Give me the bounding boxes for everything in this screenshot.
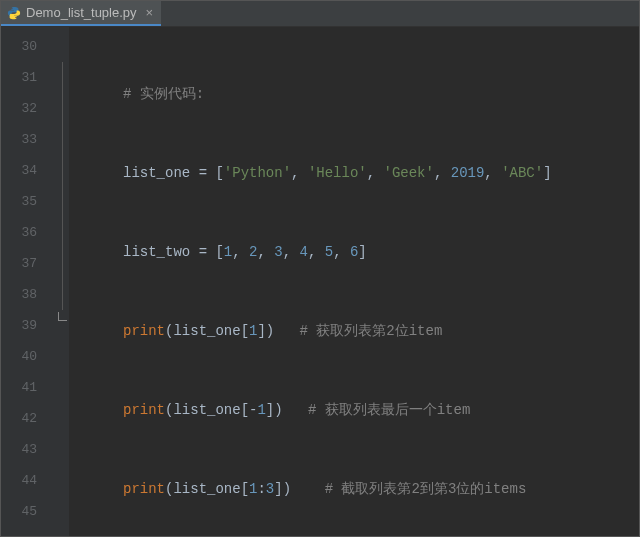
number: 5 xyxy=(325,244,333,260)
comma: , xyxy=(291,165,308,181)
line-number: 33 xyxy=(1,124,55,155)
tab-close-icon[interactable]: × xyxy=(146,5,154,20)
comma: , xyxy=(308,244,325,260)
code-editor[interactable]: 30313233343536373839404142434445 # 实例代码:… xyxy=(1,27,639,536)
code-content-area[interactable]: # 实例代码: list_one = ['Python', 'Hello', '… xyxy=(69,27,639,536)
identifier: list_one xyxy=(173,323,240,339)
code-line: # 实例代码: xyxy=(75,79,639,110)
line-number: 35 xyxy=(1,186,55,217)
line-number: 32 xyxy=(1,93,55,124)
space xyxy=(274,323,299,339)
fold-indicator xyxy=(55,93,69,124)
comma: , xyxy=(257,244,274,260)
tab-filename: Demo_list_tuple.py xyxy=(26,5,137,20)
bracket: [ xyxy=(241,402,249,418)
tab-bar: Demo_list_tuple.py × xyxy=(1,1,639,27)
space xyxy=(291,481,325,497)
identifier: list_one xyxy=(173,481,240,497)
bracket: [ xyxy=(215,244,223,260)
bracket: ]) xyxy=(266,402,283,418)
line-number: 34 xyxy=(1,155,55,186)
operator: : xyxy=(257,481,265,497)
number: 3 xyxy=(274,244,282,260)
comma: , xyxy=(367,165,384,181)
fold-indicator xyxy=(55,186,69,217)
operator: = xyxy=(199,165,216,181)
line-number: 31 xyxy=(1,62,55,93)
identifier: list_two xyxy=(123,244,199,260)
comment: # 截取列表第2到第3位的items xyxy=(325,481,527,497)
fold-indicator xyxy=(55,124,69,155)
fold-indicator xyxy=(55,217,69,248)
builtin: print xyxy=(123,481,165,497)
code-line: print(list_one[1:3]) # 截取列表第2到第3位的items xyxy=(75,474,639,505)
comma: , xyxy=(283,244,300,260)
bracket: [ xyxy=(241,481,249,497)
code-line: print(list_one[-1]) # 获取列表最后一个item xyxy=(75,395,639,426)
editor-tab[interactable]: Demo_list_tuple.py × xyxy=(1,1,161,26)
bracket: ] xyxy=(358,244,366,260)
operator: = xyxy=(199,244,216,260)
identifier: list_one xyxy=(173,402,240,418)
line-number: 42 xyxy=(1,403,55,434)
fold-indicator xyxy=(55,341,69,372)
space xyxy=(283,402,308,418)
code-line: list_two = [1, 2, 3, 4, 5, 6] xyxy=(75,237,639,268)
line-number: 44 xyxy=(1,465,55,496)
line-number-gutter: 30313233343536373839404142434445 xyxy=(1,27,55,536)
code-line: list_one = ['Python', 'Hello', 'Geek', 2… xyxy=(75,158,639,189)
fold-indicator xyxy=(55,372,69,403)
line-number: 38 xyxy=(1,279,55,310)
number: 3 xyxy=(266,481,274,497)
bracket: ]) xyxy=(274,481,291,497)
builtin: print xyxy=(123,323,165,339)
bracket: ] xyxy=(543,165,551,181)
number: 4 xyxy=(300,244,308,260)
fold-indicator xyxy=(55,465,69,496)
builtin: print xyxy=(123,402,165,418)
bracket: [ xyxy=(241,323,249,339)
comma: , xyxy=(232,244,249,260)
bracket: [ xyxy=(215,165,223,181)
comma: , xyxy=(484,165,501,181)
number: 1 xyxy=(257,402,265,418)
string: 'ABC' xyxy=(501,165,543,181)
fold-indicator xyxy=(55,248,69,279)
code-line: print(list_one[1]) # 获取列表第2位item xyxy=(75,316,639,347)
comment: # 获取列表第2位item xyxy=(299,323,442,339)
line-number: 45 xyxy=(1,496,55,527)
fold-indicator xyxy=(55,62,69,93)
fold-indicator xyxy=(55,279,69,310)
string: 'Hello' xyxy=(308,165,367,181)
number: 1 xyxy=(224,244,232,260)
fold-indicator xyxy=(55,31,69,62)
line-number: 40 xyxy=(1,341,55,372)
comment: # 实例代码: xyxy=(123,86,204,102)
fold-indicator xyxy=(55,403,69,434)
line-number: 30 xyxy=(1,31,55,62)
identifier: list_one xyxy=(123,165,199,181)
fold-gutter xyxy=(55,27,69,536)
line-number: 39 xyxy=(1,310,55,341)
comment: # 获取列表最后一个item xyxy=(308,402,470,418)
line-number: 37 xyxy=(1,248,55,279)
bracket: ]) xyxy=(257,323,274,339)
line-number: 43 xyxy=(1,434,55,465)
line-number: 41 xyxy=(1,372,55,403)
fold-indicator xyxy=(55,155,69,186)
string: 'Geek' xyxy=(384,165,434,181)
comma: , xyxy=(333,244,350,260)
fold-indicator xyxy=(55,496,69,527)
comma: , xyxy=(434,165,451,181)
string: 'Python' xyxy=(224,165,291,181)
line-number: 36 xyxy=(1,217,55,248)
number: 2019 xyxy=(451,165,485,181)
fold-indicator xyxy=(55,434,69,465)
python-file-icon xyxy=(7,6,21,20)
fold-indicator xyxy=(55,310,69,341)
